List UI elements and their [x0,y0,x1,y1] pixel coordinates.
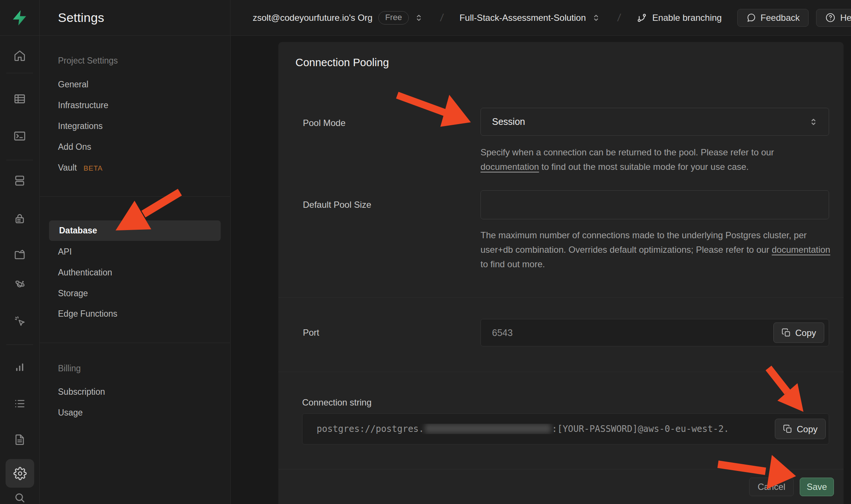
settings-title-cell: Settings [40,0,230,35]
top-header: Settings zsolt@codeyourfuture.io's Org F… [0,0,851,36]
table-editor-icon[interactable] [13,93,26,105]
sidebar-divider [40,196,230,197]
pool-mode-description: Specify when a connection can be returne… [480,145,834,174]
realtime-icon[interactable] [13,315,26,327]
api-docs-icon[interactable] [13,433,26,446]
vault-label: Vault [58,163,77,172]
org-switcher-chevrons-icon[interactable] [414,13,424,23]
breadcrumb-separator-2: / [617,12,621,24]
supabase-logo[interactable] [0,0,40,35]
section-divider [278,372,844,372]
conn-suffix: :[YOUR-PASSWORD]@aws-0-eu-west-2. [552,424,729,434]
supabase-bolt-icon [11,9,28,26]
help-label: Help [840,13,851,23]
org-breadcrumb[interactable]: zsolt@codeyourfuture.io's Org [253,13,372,23]
search-icon[interactable] [13,491,26,504]
reports-icon[interactable] [13,361,26,374]
port-label: Port [303,327,319,338]
sidebar-item-api[interactable]: API [58,246,72,257]
sidebar-item-integrations[interactable]: Integrations [58,121,103,131]
documentation-link-2[interactable]: documentation [772,245,830,255]
cancel-button[interactable]: Cancel [749,478,794,496]
connection-string-value: postgres://postgres.:[YOUR-PASSWORD]@aws… [302,424,729,434]
authentication-icon[interactable] [13,212,26,225]
dps-desc-text-2: to find out more. [480,259,545,269]
sidebar-item-general[interactable]: General [58,79,88,90]
pool-mode-desc-text-2: to find out the most suitable mode for y… [539,162,748,172]
connection-pooling-panel: Connection Pooling Pool Mode Session Spe… [278,42,844,504]
rail-divider [6,160,33,160]
breadcrumb: zsolt@codeyourfuture.io's Org Free / Ful… [230,0,851,35]
sidebar-item-add-ons[interactable]: Add Ons [58,142,91,152]
pool-mode-label: Pool Mode [303,118,346,128]
supabase-settings-page: Settings zsolt@codeyourfuture.io's Org F… [0,0,851,504]
logs-icon[interactable] [13,397,26,410]
save-button[interactable]: Save [800,478,834,496]
sidebar-item-edge-functions[interactable]: Edge Functions [58,308,117,319]
project-switcher-chevrons-icon[interactable] [591,13,601,23]
connection-string-input[interactable]: postgres://postgres.:[YOUR-PASSWORD]@aws… [302,413,829,445]
beta-badge: BETA [84,164,103,172]
git-branch-icon [637,13,647,23]
copy-label: Copy [797,424,818,434]
home-icon[interactable] [13,49,26,62]
section-billing: Billing [58,363,81,374]
conn-prefix: postgres://postgres. [317,424,424,434]
settings-nav-active[interactable] [6,459,34,488]
gear-icon [13,467,27,480]
enable-branching-button[interactable]: Enable branching [637,13,722,23]
enable-branching-label: Enable branching [652,13,722,23]
documentation-link[interactable]: documentation [480,162,539,172]
pool-mode-value: Session [492,116,808,127]
chat-bubble-icon [746,13,756,23]
copy-label: Copy [795,327,816,338]
database-icon[interactable] [13,174,26,187]
section-divider [278,297,844,298]
copy-icon [782,328,791,337]
pool-mode-select[interactable]: Session [480,108,829,136]
edge-functions-icon[interactable] [13,278,26,291]
help-button[interactable]: Help [816,9,851,27]
port-value: 6543 [481,327,513,338]
rail-divider [6,73,33,73]
dps-desc-text: The maximum number of connections made t… [480,230,807,255]
project-breadcrumb[interactable]: Full-Stack-Assessment-Solution [459,13,586,23]
default-pool-size-label: Default Pool Size [303,200,371,210]
sql-editor-icon[interactable] [13,130,26,142]
rail-divider [6,345,33,345]
nav-rail [0,36,40,504]
feedback-button[interactable]: Feedback [737,9,809,27]
help-circle-icon [825,12,836,23]
connection-string-label: Connection string [302,397,372,408]
sidebar-item-infrastructure[interactable]: Infrastructure [58,100,109,110]
default-pool-size-input[interactable] [480,190,829,219]
pool-mode-desc-text: Specify when a connection can be returne… [480,147,774,157]
sidebar-item-storage[interactable]: Storage [58,288,88,298]
settings-sidebar: Project Settings General Infrastructure … [40,36,231,504]
panel-title: Connection Pooling [295,56,389,69]
database-label: Database [59,226,97,236]
select-chevrons-icon [808,116,819,127]
feedback-label: Feedback [761,13,800,23]
main-content: Connection Pooling Pool Mode Session Spe… [231,36,851,504]
breadcrumb-separator: / [439,12,444,24]
sidebar-item-usage[interactable]: Usage [58,407,82,418]
copy-icon [783,424,793,434]
sidebar-item-vault[interactable]: VaultBETA [58,162,103,174]
storage-icon[interactable] [13,249,26,261]
sidebar-divider [40,343,230,343]
section-project-settings: Project Settings [58,55,118,66]
sidebar-item-database[interactable]: Database [49,220,221,241]
sidebar-item-authentication[interactable]: Authentication [58,267,112,278]
port-input[interactable]: 6543 Copy [480,319,829,346]
redacted-project-ref [425,424,551,433]
port-copy-button[interactable]: Copy [773,323,824,343]
connection-string-copy-button[interactable]: Copy [775,419,826,439]
default-pool-size-description: The maximum number of connections made t… [480,228,834,271]
footer-divider [278,469,844,469]
page-title: Settings [58,10,104,25]
plan-badge: Free [378,11,408,25]
sidebar-item-subscription[interactable]: Subscription [58,387,105,397]
